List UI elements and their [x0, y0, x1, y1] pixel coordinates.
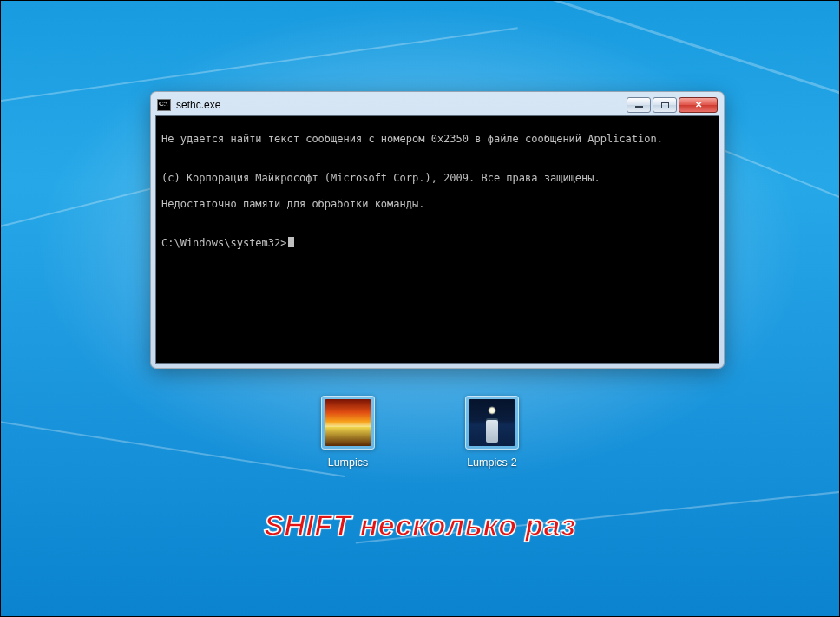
window-title: sethc.exe: [176, 99, 620, 111]
close-button[interactable]: ✕: [679, 97, 718, 113]
annotation-text: SHIFT несколько раз: [0, 509, 840, 542]
minimize-button[interactable]: [627, 97, 651, 113]
avatar-frame: [321, 396, 375, 450]
cmd-icon: C:\: [157, 99, 171, 111]
avatar-frame: [465, 396, 519, 450]
user-accounts-row: Lumpics Lumpics-2: [0, 396, 840, 469]
user-tile-lumpics-2[interactable]: Lumpics-2: [465, 396, 519, 469]
close-icon: ✕: [695, 100, 702, 109]
console-line: Не удается найти текст сообщения с номер…: [161, 133, 713, 146]
console-line: Недостаточно памяти для обработки команд…: [161, 198, 713, 211]
user-label: Lumpics-2: [467, 456, 517, 469]
command-prompt-window[interactable]: C:\ sethc.exe ✕ Не удается найти текст с…: [150, 91, 725, 369]
avatar-flower-icon: [325, 399, 371, 446]
user-tile-lumpics[interactable]: Lumpics: [321, 396, 375, 469]
maximize-icon: [661, 102, 669, 108]
user-label: Lumpics: [328, 456, 369, 469]
cursor: [288, 237, 294, 247]
cmd-icon-text: C:\: [159, 100, 167, 108]
avatar-lighthouse-icon: [469, 399, 515, 446]
maximize-button[interactable]: [653, 97, 677, 113]
console-line: (c) Корпорация Майкрософт (Microsoft Cor…: [161, 172, 713, 185]
console-prompt: C:\Windows\system32>: [161, 237, 287, 250]
window-titlebar[interactable]: C:\ sethc.exe ✕: [155, 96, 719, 115]
minimize-icon: [635, 106, 643, 108]
windows-login-desktop: C:\ sethc.exe ✕ Не удается найти текст с…: [0, 0, 840, 617]
window-control-buttons: ✕: [625, 97, 718, 113]
console-output[interactable]: Не удается найти текст сообщения с номер…: [155, 115, 719, 364]
